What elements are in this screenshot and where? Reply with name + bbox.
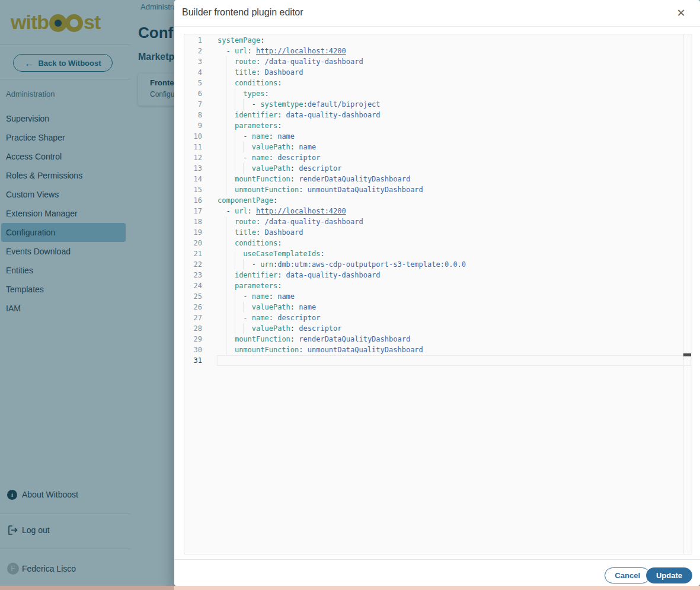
code-text: - url: http://localhost:4200 [218, 207, 346, 215]
line-number[interactable]: 16 [184, 195, 208, 206]
code-line[interactable]: 8 identifier: data-quality-dashboard [184, 110, 683, 120]
indent-guide [226, 227, 226, 238]
line-number[interactable]: 8 [184, 110, 208, 120]
code-line[interactable]: 14 mountFunction: renderDataQualityDashb… [184, 174, 683, 184]
code-text: valuePath: descriptor [218, 324, 342, 333]
indent-guide [235, 88, 235, 99]
indent-guide [226, 174, 226, 184]
code-line[interactable]: 26 valuePath: name [184, 302, 683, 312]
code-line[interactable]: 30 unmountFunction: unmountDataQualityDa… [184, 345, 683, 355]
overview-ruler [683, 34, 683, 554]
indent-guide [226, 291, 226, 302]
code-line[interactable]: 24 parameters: [184, 280, 683, 291]
code-text: conditions: [218, 239, 282, 247]
code-line[interactable]: 16componentPage: [184, 195, 683, 206]
code-line[interactable]: 25 - name: name [184, 291, 683, 302]
line-number[interactable]: 4 [184, 67, 208, 78]
line-number[interactable]: 2 [184, 46, 208, 56]
line-number[interactable]: 7 [184, 99, 208, 110]
line-number[interactable]: 21 [184, 248, 208, 259]
indent-guide [226, 216, 226, 227]
code-line[interactable]: 19 title: Dashboard [184, 227, 683, 238]
code-text: - name: descriptor [218, 314, 320, 322]
code-text: identifier: data-quality-dashboard [218, 111, 381, 119]
line-number[interactable]: 14 [184, 174, 208, 184]
line-number[interactable]: 9 [184, 120, 208, 131]
code-line[interactable]: 1systemPage: [184, 35, 683, 46]
line-number[interactable]: 24 [184, 280, 208, 291]
indent-guide [243, 323, 244, 334]
line-number[interactable]: 25 [184, 291, 208, 302]
line-number[interactable]: 6 [184, 88, 208, 99]
code-line[interactable]: 23 identifier: data-quality-dashboard [184, 270, 683, 280]
update-button[interactable]: Update [646, 567, 692, 583]
code-line[interactable]: 20 conditions: [184, 238, 683, 248]
dialog-title: Builder frontend plugin editor [182, 7, 303, 18]
code-line[interactable]: 5 conditions: [184, 78, 683, 88]
line-number[interactable]: 12 [184, 152, 208, 163]
code-line[interactable]: 11 valuePath: name [184, 142, 683, 152]
code-line[interactable]: 10 - name: name [184, 131, 683, 142]
code-line[interactable]: 21 useCaseTemplateIds: [184, 248, 683, 259]
line-number[interactable]: 29 [184, 334, 208, 345]
code-line[interactable]: 2 - url: http://localhost:4200 [184, 46, 683, 56]
indent-guide [226, 78, 226, 88]
line-number[interactable]: 19 [184, 227, 208, 238]
line-number[interactable]: 11 [184, 142, 208, 152]
divider [174, 26, 700, 27]
code-line[interactable]: 9 parameters: [184, 120, 683, 131]
line-number[interactable]: 1 [184, 35, 208, 46]
indent-guide [235, 248, 235, 259]
indent-guide [226, 259, 226, 270]
code-line[interactable]: 18 route: /data-quality-dashboard [184, 216, 683, 227]
dialog-footer: Cancel Update [174, 560, 700, 586]
indent-guide [235, 323, 235, 334]
indent-guide [243, 259, 244, 270]
code-line[interactable]: 17 - url: http://localhost:4200 [184, 206, 683, 216]
code-line[interactable]: 3 route: /data-quality-dashboard [184, 56, 683, 67]
indent-guide [235, 163, 235, 174]
line-number[interactable]: 10 [184, 131, 208, 142]
line-number[interactable]: 23 [184, 270, 208, 280]
line-number[interactable]: 15 [184, 184, 208, 195]
code-line[interactable]: 12 - name: descriptor [184, 152, 683, 163]
code-text: useCaseTemplateIds: [218, 250, 325, 258]
code-line[interactable]: 7 - systemtype:default/biproject [184, 99, 683, 110]
code-text: title: Dashboard [218, 228, 303, 237]
line-number[interactable]: 17 [184, 206, 208, 216]
code-text: - name: name [218, 132, 295, 141]
code-line[interactable]: 29 mountFunction: renderDataQualityDashb… [184, 334, 683, 345]
indent-guide [226, 99, 226, 110]
code-line[interactable]: 22 - urn:dmb:utm:aws-cdp-outputport-s3-t… [184, 259, 683, 270]
code-editor[interactable]: 1systemPage:2 - url: http://localhost:42… [184, 34, 692, 554]
code-line[interactable]: 27 - name: descriptor [184, 312, 683, 323]
screen: witbst ← Back to Witboost Administration… [0, 0, 700, 590]
code-line[interactable]: 4 title: Dashboard [184, 67, 683, 78]
code-text: valuePath: name [218, 303, 316, 311]
line-number[interactable]: 20 [184, 238, 208, 248]
code-line[interactable]: 31 [184, 355, 683, 366]
indent-guide [243, 163, 244, 174]
code-line[interactable]: 6 types: [184, 88, 683, 99]
code-line[interactable]: 15 unmountFunction: unmountDataQualityDa… [184, 184, 683, 195]
code-text: types: [218, 90, 269, 98]
code-line[interactable]: 13 valuePath: descriptor [184, 163, 683, 174]
line-number[interactable]: 5 [184, 78, 208, 88]
line-number[interactable]: 28 [184, 323, 208, 334]
line-number[interactable]: 22 [184, 259, 208, 270]
indent-guide [235, 259, 235, 270]
indent-guide [226, 184, 226, 195]
line-number[interactable]: 13 [184, 163, 208, 174]
code-text: mountFunction: renderDataQualityDashboar… [218, 335, 410, 343]
line-number[interactable]: 18 [184, 216, 208, 227]
code-text: route: /data-quality-dashboard [218, 218, 363, 226]
line-number[interactable]: 31 [184, 355, 208, 366]
code-text: unmountFunction: unmountDataQualityDashb… [218, 346, 423, 354]
line-number[interactable]: 3 [184, 56, 208, 67]
line-number[interactable]: 30 [184, 345, 208, 355]
line-number[interactable]: 27 [184, 312, 208, 323]
code-line[interactable]: 28 valuePath: descriptor [184, 323, 683, 334]
line-number[interactable]: 26 [184, 302, 208, 312]
cancel-button[interactable]: Cancel [605, 567, 650, 583]
close-icon[interactable]: ✕ [674, 6, 688, 20]
